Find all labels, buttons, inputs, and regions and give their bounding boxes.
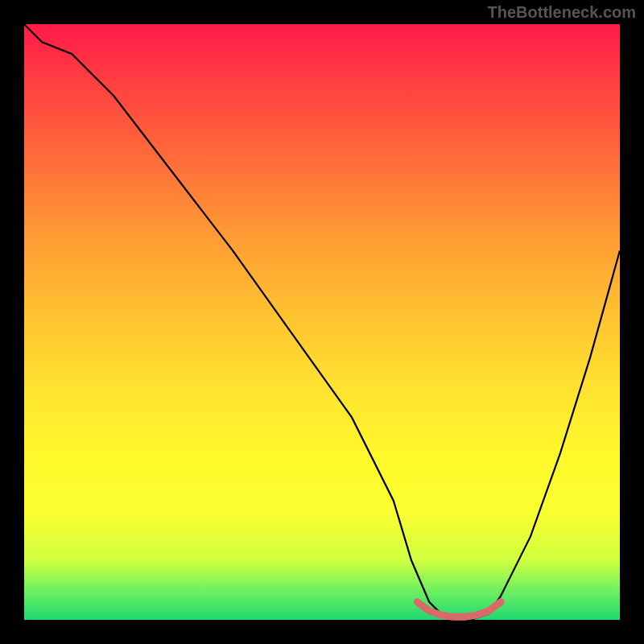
chart-svg bbox=[24, 24, 620, 620]
chart-plot-area bbox=[24, 24, 620, 620]
watermark-text: TheBottleneck.com bbox=[488, 3, 636, 22]
bottleneck-curve-line bbox=[24, 24, 620, 620]
minimum-marker-line bbox=[417, 602, 501, 617]
